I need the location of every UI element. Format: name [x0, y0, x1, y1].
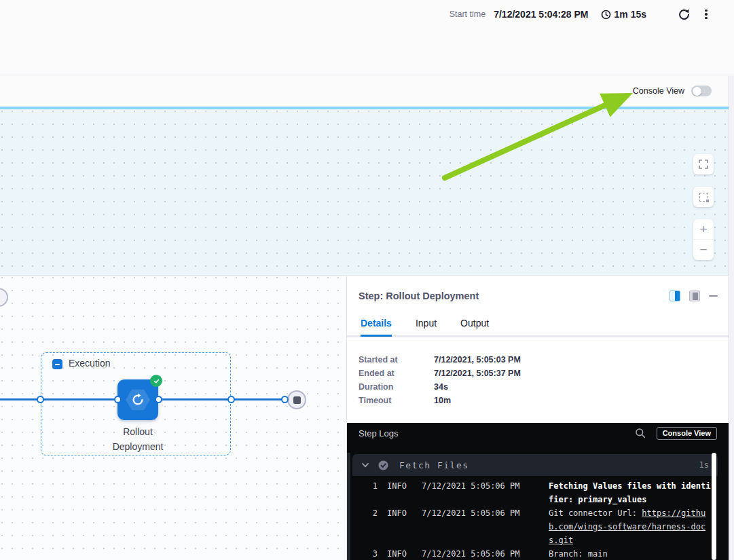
- previous-node-partial[interactable]: [0, 288, 8, 307]
- execution-group-label: Execution: [69, 358, 110, 369]
- node-label: Rollout Deployment: [80, 424, 196, 454]
- toggle-knob: [693, 87, 701, 96]
- log-level: INFO: [387, 479, 412, 493]
- detail-value: 7/12/2021, 5:05:03 PM: [434, 355, 521, 365]
- detail-label: Started at: [359, 355, 434, 365]
- rollout-deployment-node[interactable]: [117, 379, 158, 420]
- step-logs-header: Step Logs Console View: [347, 423, 729, 443]
- log-message-prefix: Git connector Url:: [549, 508, 642, 518]
- zoom-out-button[interactable]: −: [693, 240, 714, 260]
- elapsed-value: 1m 15s: [614, 9, 646, 20]
- minus-icon: [55, 364, 60, 365]
- zoom-in-out-group: + −: [693, 219, 714, 260]
- log-lines: 1 INFO 7/12/2021 5:05:06 PM Fetching Val…: [350, 476, 718, 560]
- tab-output[interactable]: Output: [460, 318, 489, 337]
- detail-row-timeout: Timeout 10m: [359, 394, 521, 407]
- log-timestamp: 7/12/2021 5:05:06 PM: [422, 547, 528, 560]
- log-line-number: 2: [367, 506, 378, 520]
- detail-value: 34s: [434, 382, 448, 392]
- step-panel-header: Step: Rollout Deployment: [359, 289, 718, 303]
- detail-label: Ended at: [359, 369, 434, 378]
- step-panel-title: Step: Rollout Deployment: [359, 291, 479, 301]
- zoom-out-icon: −: [699, 242, 707, 257]
- log-timestamp: 7/12/2021 5:05:06 PM: [422, 506, 528, 520]
- node-label-line2: Deployment: [80, 439, 196, 454]
- start-time-label: Start time: [449, 10, 486, 19]
- edge-connector: [281, 396, 289, 403]
- log-message: Git connector Url: https://github.com/wi…: [549, 506, 714, 547]
- step-logs-panel: Step Logs Console View Fet: [347, 423, 729, 560]
- rollout-refresh-icon: [130, 392, 145, 407]
- pane-shape: [693, 293, 698, 300]
- edge-connector: [227, 396, 235, 403]
- console-view-button[interactable]: Console View: [657, 427, 717, 440]
- execution-header: Start time 7/12/2021 5:04:28 PM 1m 15s: [0, 0, 734, 75]
- node-label-line1: Rollout: [80, 424, 196, 439]
- success-badge: [150, 375, 162, 387]
- log-line-number: 3: [367, 547, 378, 560]
- detail-row-started-at: Started at 7/12/2021, 5:05:03 PM: [359, 353, 521, 367]
- log-section-title: Fetch Files: [399, 460, 469, 470]
- minimize-panel-button[interactable]: [709, 295, 718, 297]
- fullscreen-icon: [699, 160, 708, 169]
- detail-label: Timeout: [359, 396, 434, 405]
- stop-square-icon: [293, 396, 301, 404]
- stop-node[interactable]: [287, 390, 306, 409]
- console-view-toggle[interactable]: [691, 86, 712, 96]
- log-message: Branch: main: [549, 547, 714, 560]
- elapsed-duration: 1m 15s: [601, 9, 646, 20]
- step-panel-tabs: Details Input Output: [361, 318, 489, 337]
- log-line-1: 1 INFO 7/12/2021 5:05:06 PM Fetching Val…: [350, 479, 718, 506]
- edge-connector: [37, 396, 44, 403]
- detail-row-duration: Duration 34s: [359, 380, 521, 394]
- log-level: INFO: [387, 547, 412, 560]
- log-level: INFO: [387, 506, 412, 520]
- edge-connector: [114, 396, 122, 403]
- console-view-label: Console View: [633, 86, 684, 96]
- clock-icon: [601, 10, 611, 20]
- refresh-icon: [678, 8, 691, 21]
- canvas-zoom-controls: + −: [693, 154, 714, 260]
- log-section-duration: 1s: [699, 460, 709, 470]
- zoom-in-icon: +: [699, 222, 707, 237]
- stage-graph-canvas[interactable]: + −: [0, 109, 729, 275]
- success-check-icon: [153, 377, 160, 385]
- tab-details[interactable]: Details: [361, 318, 392, 337]
- check-circle-icon: [378, 460, 388, 470]
- chevron-down-icon[interactable]: [361, 461, 369, 469]
- tab-input[interactable]: Input: [416, 318, 437, 337]
- step-logs-title: Step Logs: [359, 428, 399, 438]
- marquee-zoom-button[interactable]: [693, 187, 714, 207]
- marquee-zoom-icon: [699, 193, 708, 202]
- kebab-menu-icon[interactable]: [699, 5, 713, 23]
- search-icon: [635, 428, 646, 438]
- pipeline-execution-page: Start time 7/12/2021 5:04:28 PM 1m 15s C…: [0, 0, 734, 560]
- detail-row-ended-at: Ended at 7/12/2021, 5:05:37 PM: [359, 367, 521, 380]
- log-message: Fetching Values files with identifier: p…: [549, 479, 714, 506]
- log-line-number: 1: [367, 479, 378, 493]
- log-timestamp: 7/12/2021 5:05:06 PM: [422, 479, 528, 493]
- split-view-right-icon[interactable]: [669, 291, 680, 301]
- view-toolbar: Console View: [0, 76, 729, 107]
- log-section-fetch-files[interactable]: Fetch Files 1s: [352, 454, 718, 476]
- fullscreen-button[interactable]: [693, 154, 714, 174]
- step-detail-panel: Step: Rollout Deployment Details Input O…: [346, 275, 729, 560]
- collapse-group-button[interactable]: [52, 359, 62, 369]
- start-time-value: 7/12/2021 5:04:28 PM: [494, 9, 588, 20]
- detail-value: 10m: [434, 396, 451, 405]
- split-view-bottom-icon[interactable]: [689, 291, 700, 301]
- log-scrollbar-thumb[interactable]: [712, 453, 716, 560]
- refresh-button[interactable]: [675, 5, 693, 23]
- detail-value: 7/12/2021, 5:05:37 PM: [434, 369, 521, 378]
- panel-layout-controls: [669, 291, 718, 301]
- step-details-list: Started at 7/12/2021, 5:05:03 PM Ended a…: [359, 353, 521, 407]
- log-line-2: 2 INFO 7/12/2021 5:05:06 PM Git connecto…: [350, 506, 718, 547]
- execution-meta: Start time 7/12/2021 5:04:28 PM 1m 15s: [449, 5, 713, 23]
- log-search-button[interactable]: [635, 428, 646, 438]
- edge-connector: [155, 396, 162, 403]
- console-view-toggle-group: Console View: [633, 86, 712, 96]
- log-line-3: 3 INFO 7/12/2021 5:05:06 PM Branch: main: [350, 547, 718, 560]
- detail-label: Duration: [359, 382, 434, 392]
- zoom-in-button[interactable]: +: [693, 219, 714, 240]
- page-scrollbar-track[interactable]: [729, 76, 734, 560]
